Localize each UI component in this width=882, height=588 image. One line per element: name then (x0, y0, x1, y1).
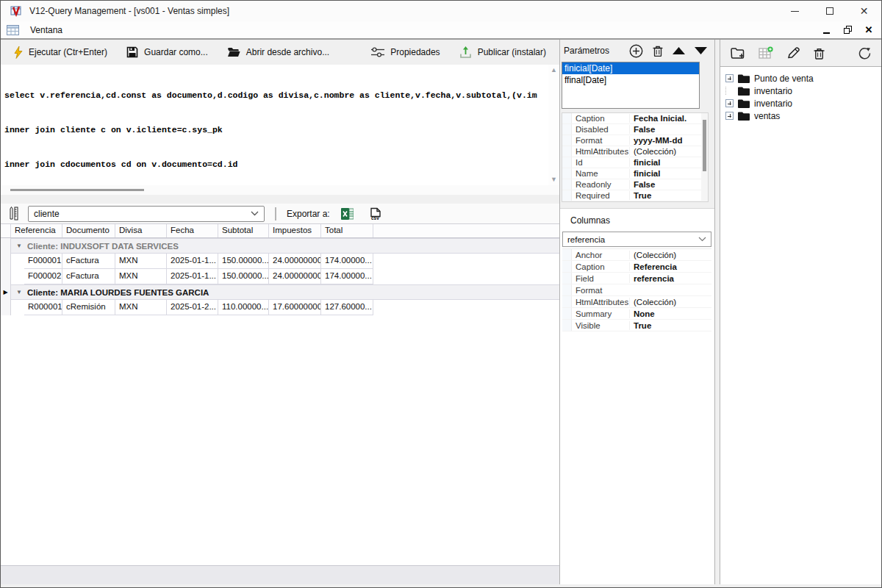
property-name: Summary (572, 309, 629, 318)
property-row: Id finicial (562, 157, 701, 168)
mdi-minimize-button[interactable] (821, 25, 831, 35)
row-indicator-cell (1, 300, 11, 315)
export-excel-button[interactable] (337, 208, 358, 220)
expand-icon[interactable] (725, 74, 734, 82)
export-csv-button[interactable]: csv (365, 207, 386, 220)
publish-button[interactable]: Publicar (instalar) (452, 43, 553, 62)
scroll-up-icon[interactable]: ▲ (551, 67, 557, 74)
property-value[interactable]: None (629, 309, 711, 318)
column-header-divisa[interactable]: Divisa (115, 224, 167, 237)
tree-item-punto-de-venta[interactable]: Punto de venta (725, 72, 881, 85)
column-header-subtotal[interactable]: Subtotal (218, 224, 269, 237)
publish-icon (459, 46, 472, 59)
scrollbar-thumb[interactable] (10, 189, 144, 191)
collapse-icon[interactable]: ▼ (16, 243, 22, 249)
tree-item-inventario-1[interactable]: inventario (725, 85, 881, 97)
list-item-ffinal[interactable]: ffinal[Date] (562, 74, 699, 86)
tree-item-ventas[interactable]: ventas (725, 110, 881, 122)
property-value[interactable]: True (629, 191, 701, 200)
tree-label: Punto de venta (754, 74, 814, 84)
columns-section: Columnas referencia Anchor (Colección) (560, 208, 714, 584)
column-header-impuestos[interactable]: Impuestos (269, 224, 321, 237)
property-value[interactable]: finicial (629, 169, 701, 178)
column-select-combobox[interactable]: referencia (562, 232, 711, 247)
property-value[interactable]: False (629, 180, 701, 189)
group-indent (11, 300, 24, 315)
delete-parameter-button[interactable] (653, 45, 663, 57)
cell-impuestos: 24.00000000 (269, 269, 321, 284)
delete-button[interactable] (814, 47, 825, 60)
mdi-close-button[interactable]: ✕ (864, 25, 874, 35)
column-header-fecha[interactable]: Fecha (167, 224, 218, 237)
open-from-file-label: Abrir desde archivo... (246, 47, 329, 57)
properties-button[interactable]: Propiedades (364, 43, 447, 61)
property-value[interactable]: (Colección) (629, 298, 711, 306)
app-window: V12-Query Management - [vs001 - Ventas s… (0, 0, 882, 588)
property-value[interactable]: referencia (629, 274, 711, 283)
property-indent (562, 308, 572, 319)
parameters-section: Parámetros (560, 40, 714, 208)
column-header-referencia[interactable]: Referencia (11, 224, 62, 237)
cell-total: 174.00000... (321, 269, 373, 284)
refresh-button[interactable] (858, 47, 871, 60)
scrollbar-thumb[interactable] (703, 120, 706, 171)
property-value[interactable]: Referencia (629, 262, 711, 271)
property-value[interactable]: finicial (629, 158, 701, 167)
column-header-total[interactable]: Total (321, 224, 373, 237)
property-grid-scrollbar[interactable] (701, 113, 708, 201)
collapse-icon[interactable]: ▼ (16, 289, 22, 295)
property-value[interactable]: yyyy-MM-dd (629, 136, 701, 145)
close-button[interactable]: ✕ (847, 1, 881, 21)
property-indent (562, 146, 572, 157)
list-item-finicial[interactable]: finicial[Date] (562, 62, 699, 74)
new-query-button[interactable] (759, 46, 773, 60)
execute-button[interactable]: Ejecutar (Ctr+Enter) (7, 43, 115, 62)
group-header-row[interactable]: ▼ Cliente: INDUXSOFT DATA SERVICES (1, 238, 559, 254)
maximize-button[interactable] (812, 1, 847, 21)
property-indent (562, 320, 572, 331)
open-from-file-button[interactable]: Abrir desde archivo... (220, 43, 337, 61)
scroll-down-icon[interactable]: ▼ (551, 176, 557, 183)
expand-icon[interactable] (725, 112, 734, 120)
minimize-button[interactable] (778, 1, 812, 21)
save-as-button[interactable]: Guardar como... (119, 43, 215, 62)
add-parameter-button[interactable] (629, 44, 643, 58)
move-down-button[interactable] (695, 47, 707, 54)
property-row: HtmlAttributes (Colección) (562, 296, 711, 308)
window-controls: ✕ (778, 1, 881, 21)
group-indent (11, 254, 24, 269)
new-folder-button[interactable] (731, 47, 745, 60)
sql-vertical-scrollbar[interactable]: ▲ ▼ (548, 65, 559, 185)
property-value[interactable]: (Colección) (629, 147, 701, 156)
splitter[interactable] (1, 195, 559, 204)
property-row: Caption Referencia (562, 261, 711, 273)
table-row[interactable]: F000002 cFactura MXN 2025-01-1... 150.00… (1, 269, 559, 284)
menu-ventana[interactable]: Ventana (27, 24, 65, 37)
property-name: Format (572, 286, 629, 295)
sql-line: select v.referencia,cd.const as document… (4, 90, 548, 101)
property-value[interactable]: (Colección) (629, 251, 711, 259)
property-value[interactable]: Fecha Inicial. (629, 114, 701, 123)
property-value[interactable]: True (629, 321, 711, 330)
property-value[interactable]: False (629, 125, 701, 134)
grid-horizontal-scrollbar[interactable] (1, 565, 559, 584)
table-row[interactable]: F000001 cFactura MXN 2025-01-1... 150.00… (1, 254, 559, 269)
sliders-icon (371, 47, 384, 57)
sql-line: inner join cdocumentos cd on v.documento… (4, 159, 548, 171)
sql-text-area[interactable]: select v.referencia,cd.const as document… (1, 65, 548, 185)
table-row[interactable]: R000001 cRemisión MXN 2025-01-2... 110.0… (1, 300, 559, 315)
group-field-combobox[interactable]: cliente (28, 206, 265, 222)
catalog-toolbar (720, 40, 881, 66)
edit-button[interactable] (786, 46, 800, 60)
column-header-documento[interactable]: Documento (62, 224, 115, 237)
mdi-restore-button[interactable] (842, 25, 853, 35)
group-header-row[interactable]: ▶ ▼ Cliente: MARIA LOURDES FUENTES GARCI… (1, 284, 559, 300)
move-up-button[interactable] (673, 47, 685, 54)
tree-item-inventario-2[interactable]: inventario (725, 97, 881, 110)
current-row-icon: ▶ (3, 289, 7, 295)
expand-icon[interactable] (725, 99, 734, 107)
sql-horizontal-scrollbar[interactable] (1, 185, 559, 195)
property-name: HtmlAttributes (572, 147, 629, 156)
cell-fecha: 2025-01-2... (167, 300, 218, 315)
property-indent (562, 135, 572, 146)
